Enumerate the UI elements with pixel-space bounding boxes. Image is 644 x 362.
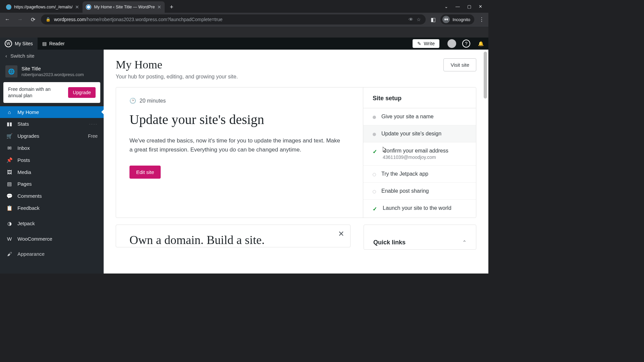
promo-text: Free domain with an annual plan — [8, 86, 65, 99]
setup-item-label: Give your site a name — [381, 114, 434, 120]
menu-icon[interactable]: ⋮ — [478, 15, 486, 23]
browser-tab-strip: 🌐 https://pageflows.com/_/emails/ ✕ My H… — [0, 0, 488, 13]
sidebar-item-woocommerce[interactable]: WWooCommerce — [0, 233, 104, 245]
maximize-icon[interactable]: ▢ — [467, 4, 471, 9]
sidebar-item-my-home[interactable]: ⌂My Home — [0, 106, 104, 118]
sidebar-item-appearance[interactable]: 🖌Appearance — [0, 248, 104, 260]
sidebar-item-inbox[interactable]: ✉Inbox — [0, 142, 104, 154]
chevron-down-icon[interactable]: ⌄ — [444, 4, 448, 9]
sidebar-item-feedback[interactable]: 📋Feedback — [0, 202, 104, 214]
sidebar-item-label: Stats — [17, 121, 29, 127]
masterbar: W My Sites ▤ Reader ✎ Write ? 🔔 — [0, 38, 488, 50]
switch-site-link[interactable]: ‹ Switch site — [0, 50, 104, 62]
sidebar-item-media[interactable]: 🖼Media — [0, 166, 104, 178]
back-button[interactable]: ← — [3, 15, 12, 24]
setup-item-email[interactable]: ✓Confirm your email address43611039@mood… — [363, 142, 476, 166]
quick-links-heading: Quick links — [373, 239, 406, 246]
sidebar-item-label: My Home — [17, 109, 39, 115]
page-icon: ▤ — [6, 181, 13, 187]
tab-title: https://pageflows.com/_/emails/ — [14, 5, 72, 9]
status-circle-icon — [373, 190, 376, 193]
setup-item-design[interactable]: Update your site's design — [363, 125, 476, 142]
sidebar-item-upgrades[interactable]: 🛒UpgradesFree — [0, 130, 104, 142]
site-thumb-icon: 🌐 — [5, 65, 17, 77]
window-controls: ⌄ — ▢ ✕ — [444, 0, 488, 13]
setup-item-label: Try the Jetpack app — [381, 171, 428, 177]
upgrade-button[interactable]: Upgrade — [68, 87, 96, 98]
loading-dots-icon: ····· — [89, 122, 98, 126]
wordpress-app: W My Sites ▤ Reader ✎ Write ? 🔔 ‹ Switch… — [0, 38, 488, 274]
setup-item-name[interactable]: Give your site a name — [363, 108, 476, 125]
my-sites-link[interactable]: W My Sites — [0, 38, 38, 50]
task-title: Update your site's design — [129, 112, 350, 127]
domain-card: ✕ Own a domain. Build a site. — [116, 225, 351, 247]
sidebar-item-stats[interactable]: ▮▮Stats····· — [0, 118, 104, 130]
scrollbar[interactable] — [483, 50, 488, 274]
upgrade-promo: Free domain with an annual plan Upgrade — [3, 82, 100, 103]
url-text: wordpress.com/home/robertjonas2023.wordp… — [54, 17, 405, 22]
close-icon[interactable]: ✕ — [157, 4, 161, 10]
sidebar-item-trail: Free — [88, 133, 98, 139]
reload-button[interactable]: ⟳ — [28, 15, 38, 24]
close-window-icon[interactable]: ✕ — [479, 4, 482, 9]
browser-tab[interactable]: My Home ‹ Site Title — WordPre ✕ — [83, 1, 165, 13]
check-icon: ✓ — [373, 148, 377, 155]
setup-item-launch[interactable]: ✓Launch your site to the world — [363, 200, 476, 218]
sidebar-item-jetpack[interactable]: ◑Jetpack — [0, 218, 104, 230]
browser-tab[interactable]: 🌐 https://pageflows.com/_/emails/ ✕ — [3, 1, 83, 13]
sidebar-item-label: Jetpack — [17, 221, 35, 226]
edit-site-button[interactable]: Edit site — [129, 166, 161, 179]
sidebar-item-posts[interactable]: 📌Posts — [0, 154, 104, 166]
visit-site-button[interactable]: Visit site — [443, 58, 476, 71]
site-setup-panel: Site setup Give your site a name Update … — [363, 87, 476, 218]
sidebar-item-pages[interactable]: ▤Pages — [0, 178, 104, 190]
reader-icon: ▤ — [42, 41, 47, 46]
bell-icon[interactable]: 🔔 — [476, 39, 486, 49]
media-icon: 🖼 — [6, 169, 13, 175]
page-subtitle: Your hub for posting, editing, and growi… — [116, 74, 238, 80]
site-card[interactable]: 🌐 Site Title robertjonas2023.wordpress.c… — [0, 62, 104, 82]
eye-off-icon[interactable]: 👁 — [409, 17, 413, 22]
status-dot-icon — [373, 133, 376, 136]
write-label: Write — [424, 41, 435, 46]
write-button[interactable]: ✎ Write — [413, 39, 439, 48]
incognito-icon: 🕶 — [442, 16, 450, 23]
clock-icon: 🕑 — [129, 98, 136, 104]
stats-icon: ▮▮ — [6, 121, 13, 127]
feedback-icon: 📋 — [6, 205, 13, 211]
extensions-icon[interactable]: ◧ — [429, 15, 437, 23]
pen-icon: ✎ — [417, 41, 421, 46]
sidebar-item-comments[interactable]: 💬Comments — [0, 190, 104, 202]
help-icon[interactable]: ? — [462, 40, 470, 48]
page-title: My Home — [116, 58, 238, 71]
switch-site-label: Switch site — [10, 53, 35, 59]
sidebar: ‹ Switch site 🌐 Site Title robertjonas20… — [0, 50, 104, 274]
incognito-indicator[interactable]: 🕶 Incognito — [440, 14, 474, 24]
brush-icon: 🖌 — [6, 251, 13, 257]
new-tab-button[interactable]: + — [167, 2, 176, 12]
reader-link[interactable]: ▤ Reader — [38, 38, 69, 50]
bookmarks-bar — [0, 26, 488, 38]
chevron-left-icon: ‹ — [5, 53, 7, 59]
minimize-icon[interactable]: — — [455, 4, 460, 9]
close-icon[interactable]: ✕ — [75, 4, 79, 10]
star-icon[interactable]: ☆ — [417, 17, 421, 22]
my-sites-label: My Sites — [15, 41, 33, 46]
tab-title: My Home ‹ Site Title — WordPre — [94, 5, 155, 9]
sidebar-item-label: Feedback — [17, 205, 40, 211]
woo-icon: W — [6, 236, 13, 242]
setup-item-jetpack[interactable]: Try the Jetpack app — [363, 166, 476, 183]
task-card: 🕑 20 minutes Update your site's design W… — [116, 87, 363, 218]
quick-links-panel[interactable]: Quick links ⌃ — [364, 225, 476, 250]
setup-item-sharing[interactable]: Enable post sharing — [363, 183, 476, 200]
forward-button[interactable]: → — [15, 15, 25, 24]
close-icon[interactable]: ✕ — [338, 230, 344, 238]
address-bar[interactable]: 🔒 wordpress.com/home/robertjonas2023.wor… — [41, 14, 426, 24]
avatar[interactable] — [447, 39, 457, 49]
sidebar-item-label: Pages — [17, 181, 32, 187]
home-icon: ⌂ — [6, 109, 13, 115]
setup-item-label: Launch your site to the world — [383, 205, 451, 211]
main-content: My Home Your hub for posting, editing, a… — [104, 50, 488, 274]
sidebar-item-label: Comments — [17, 193, 42, 199]
task-description: We've created the basics, now it's time … — [129, 136, 344, 154]
